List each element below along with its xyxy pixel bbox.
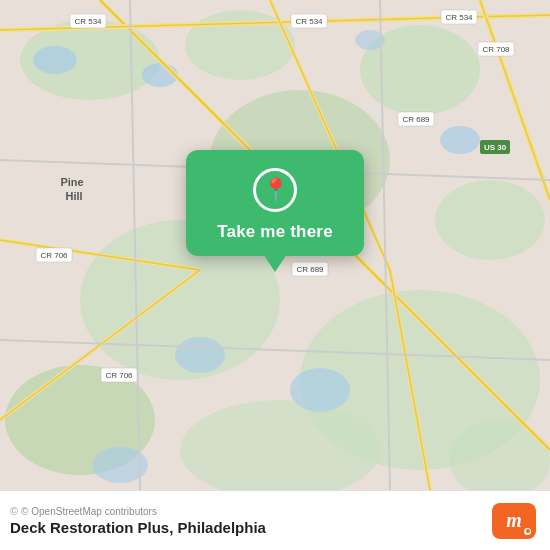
take-me-there-card: 📍 Take me there: [186, 150, 364, 256]
svg-text:CR 534: CR 534: [295, 17, 323, 26]
svg-text:CR 689: CR 689: [402, 115, 430, 124]
place-name: Deck Restoration Plus, Philadelphia: [10, 519, 266, 536]
svg-text:Hill: Hill: [65, 190, 82, 202]
copyright-icon: ©: [10, 505, 18, 517]
svg-point-14: [440, 126, 480, 154]
location-pin-circle: 📍: [253, 168, 297, 212]
svg-point-4: [435, 180, 545, 260]
svg-text:CR 534: CR 534: [74, 17, 102, 26]
moovit-logo: m: [492, 503, 536, 539]
svg-text:Pine: Pine: [60, 176, 83, 188]
svg-text:CR 708: CR 708: [482, 45, 510, 54]
green-card: 📍 Take me there: [186, 150, 364, 256]
take-me-there-button[interactable]: Take me there: [217, 222, 333, 242]
svg-point-15: [175, 337, 225, 373]
svg-text:CR 689: CR 689: [296, 265, 324, 274]
svg-point-16: [290, 368, 350, 412]
svg-text:US 30: US 30: [484, 143, 507, 152]
moovit-icon: m: [492, 503, 536, 539]
svg-text:CR 534: CR 534: [445, 13, 473, 22]
svg-point-11: [33, 46, 77, 74]
svg-text:CR 706: CR 706: [40, 251, 68, 260]
svg-text:CR 706: CR 706: [105, 371, 133, 380]
green-card-wrapper: 📍 Take me there: [186, 150, 364, 256]
osm-credit-text: © OpenStreetMap contributors: [21, 506, 157, 517]
location-pin-icon: 📍: [262, 179, 289, 201]
bottom-bar: © © OpenStreetMap contributors Deck Rest…: [0, 490, 550, 550]
moovit-m-letter: m: [506, 509, 522, 532]
bottom-left: © © OpenStreetMap contributors Deck Rest…: [10, 505, 266, 536]
map-container: CR 534 CR 534 CR 534 CR 708 CR 689 US 30…: [0, 0, 550, 490]
osm-credit: © © OpenStreetMap contributors: [10, 505, 266, 517]
